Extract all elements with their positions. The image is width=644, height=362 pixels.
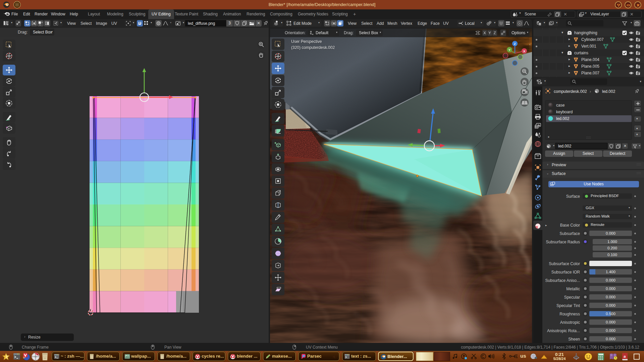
svg-text:X: X <box>523 49 526 53</box>
svg-text:Z: Z <box>514 42 516 46</box>
svg-text:Y: Y <box>508 48 511 52</box>
svg-text:a: a <box>624 354 626 359</box>
